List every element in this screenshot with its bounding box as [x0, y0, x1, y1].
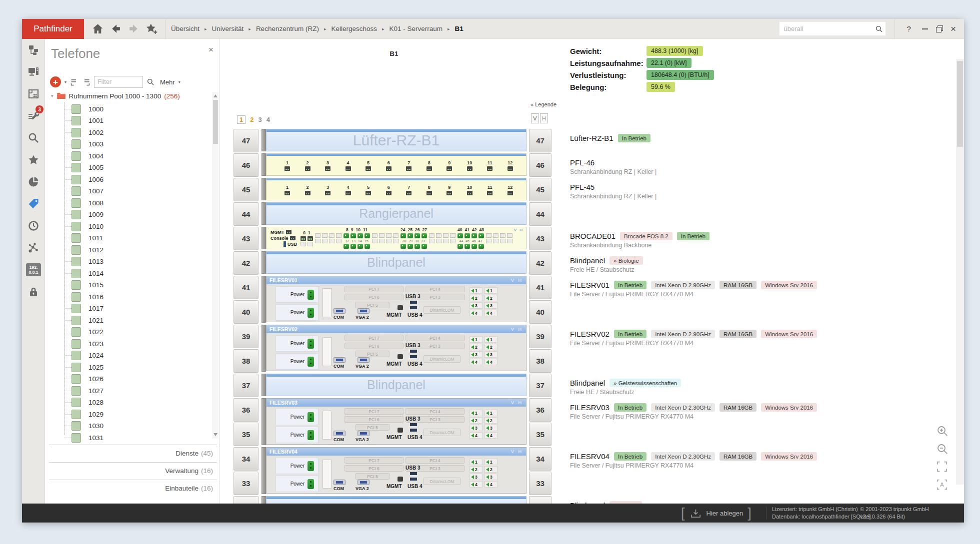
patch-port[interactable]: 4 [346, 160, 351, 171]
fit-screen-icon[interactable] [936, 461, 951, 476]
search-input[interactable] [784, 25, 872, 32]
network-port[interactable]: 2 [484, 344, 498, 350]
network-port[interactable]: 3 [470, 474, 482, 480]
rack-row-handle[interactable] [262, 496, 266, 504]
device-entry[interactable]: Blindpanel» Medizin [570, 500, 642, 504]
device-entry[interactable]: PFL-46 [570, 157, 594, 168]
device-entry[interactable]: FILESRV01In BetriebIntel Xeon D 2.90GHzR… [570, 280, 817, 290]
server-unit[interactable]: FILESRV02V HPowerPowerPCI 7PCI 6PCI 5PCI… [266, 325, 526, 371]
patch-port[interactable]: 11 [487, 160, 492, 171]
section-header-verwaltung[interactable]: Verwaltung(16) [49, 462, 217, 479]
phone-extension-row[interactable]: 1023 [64, 339, 104, 349]
connected-port-icon[interactable] [364, 244, 370, 249]
port-jack-icon[interactable] [308, 236, 313, 241]
port-jack-icon[interactable] [300, 236, 306, 241]
pci-slot[interactable]: PCI 6 [344, 416, 404, 423]
power-supply[interactable]: Power [276, 335, 318, 352]
phone-extension-row[interactable]: 1024 [64, 351, 104, 361]
close-panel-icon[interactable]: × [208, 45, 214, 55]
patch-port[interactable]: 6 [386, 185, 392, 195]
server-unit[interactable]: FILESRV04V HPowerPowerPCI 7PCI 6PCI 5PCI… [266, 447, 526, 494]
network-port[interactable]: 2 [484, 466, 498, 473]
patch-port[interactable]: 6 [386, 160, 392, 171]
patch-port[interactable]: 8 [426, 160, 432, 171]
tree-scrollbar[interactable] [212, 92, 218, 439]
device-entry[interactable]: Blindpanel» Biologie [570, 255, 643, 266]
switch-port-group[interactable] [486, 228, 512, 249]
breadcrumb-item[interactable]: B1 [455, 25, 464, 32]
connected-port-icon[interactable] [422, 233, 427, 238]
phone-extension-row[interactable]: 1014 [64, 268, 104, 278]
phone-extension-row[interactable]: 1008 [64, 198, 104, 208]
connected-port-icon[interactable] [414, 244, 420, 249]
forward-button[interactable] [124, 19, 142, 39]
rack-row-handle[interactable] [262, 374, 266, 396]
phone-extension-row[interactable]: 1021 [64, 315, 104, 325]
rack-row-handle[interactable] [262, 202, 266, 225]
add-button[interactable]: + [50, 76, 61, 87]
network-port[interactable]: 4 [470, 359, 482, 365]
tag-icon[interactable] [22, 193, 45, 215]
rack-panel-Blindpanel[interactable]: Blindpanel [266, 374, 526, 396]
rack-row-handle[interactable] [262, 325, 266, 372]
breadcrumb-item[interactable]: Universität [212, 25, 244, 32]
orientation-h-button[interactable]: H [540, 113, 548, 123]
filter-search-icon[interactable] [146, 78, 154, 86]
rack-side-tab-3[interactable]: 3 [258, 116, 262, 123]
patch-port[interactable]: 2 [305, 185, 310, 195]
connected-port-icon[interactable] [400, 244, 406, 249]
device-entry[interactable]: FILESRV02In BetriebIntel Xeon D 2.90GHzR… [570, 329, 817, 339]
connected-port-icon[interactable] [358, 244, 363, 249]
orientation-v-button[interactable]: V [531, 113, 539, 123]
patch-port[interactable]: 3 [325, 160, 330, 171]
scroll-up-icon[interactable] [214, 94, 218, 97]
breadcrumb-item[interactable]: Übersicht [171, 25, 200, 32]
network-port[interactable]: 1 [470, 287, 482, 294]
rack-panel-Blindpanel[interactable]: Blindpanel [266, 251, 526, 274]
connected-port-icon[interactable] [344, 244, 349, 249]
switch-port-group[interactable] [315, 228, 342, 249]
network-port[interactable]: 3 [484, 302, 498, 309]
connected-port-icon[interactable] [400, 233, 406, 238]
device-entry[interactable]: Lüfter-RZ-B1In Betrieb [570, 133, 650, 143]
phone-extension-row[interactable]: 1027 [64, 386, 104, 396]
device-entry[interactable]: Blindpanel» Geisteswissenschaften [570, 378, 681, 388]
lom-button[interactable]: DinamicLOM [424, 478, 460, 485]
server-unit[interactable]: FILESRV01V HPowerPowerPCI 7PCI 6PCI 5PCI… [266, 276, 526, 322]
power-supply[interactable]: Power [276, 409, 318, 425]
rack-row-handle[interactable] [262, 178, 266, 200]
workstation-icon[interactable] [22, 61, 45, 83]
connected-port-icon[interactable] [344, 233, 349, 238]
network-port[interactable]: 2 [484, 295, 498, 301]
connected-port-icon[interactable] [464, 233, 470, 238]
breadcrumb-item[interactable]: Rechenzentrum (RZ) [256, 25, 319, 32]
pci-slot[interactable]: PCI 7 [344, 408, 404, 415]
network-port[interactable]: 1 [484, 410, 498, 416]
connected-port-icon[interactable] [350, 233, 356, 238]
patch-port[interactable]: 2 [305, 160, 310, 171]
zoom-out-icon[interactable] [936, 443, 951, 458]
patch-port[interactable]: 1 [284, 185, 290, 195]
collapse-all-icon[interactable] [82, 78, 90, 86]
rack-row-handle[interactable] [262, 153, 266, 176]
rack-row-handle[interactable] [262, 251, 266, 274]
phone-extension-row[interactable]: 1016 [64, 292, 104, 302]
patch-port[interactable]: 1 [284, 160, 290, 171]
connected-port-icon[interactable] [350, 244, 356, 249]
restore-button[interactable] [936, 25, 942, 32]
phone-extension-row[interactable]: 1029 [64, 409, 104, 419]
patch-port[interactable]: 7 [406, 185, 412, 195]
network-port[interactable]: 3 [470, 425, 482, 431]
rack-row-handle[interactable] [262, 447, 266, 494]
phone-extension-row[interactable]: 1010 [64, 221, 104, 231]
network-port[interactable]: 3 [484, 351, 498, 358]
pci-slot[interactable]: PCI 4 [406, 286, 464, 292]
phone-extension-row[interactable]: 1003 [64, 139, 104, 149]
network-port[interactable]: 3 [484, 425, 498, 431]
server-unit[interactable]: FILESRV03V HPowerPowerPCI 7PCI 6PCI 5PCI… [266, 398, 526, 445]
switch-port-group[interactable]: 2425262728293031 [400, 228, 427, 249]
network-port[interactable]: 4 [484, 432, 498, 439]
network-port[interactable]: 2 [470, 295, 482, 301]
device-entry[interactable]: FILESRV04In BetriebIntel Xeon D 2.30GHzR… [570, 451, 817, 462]
pci-slot[interactable]: PCI 4 [406, 335, 464, 341]
